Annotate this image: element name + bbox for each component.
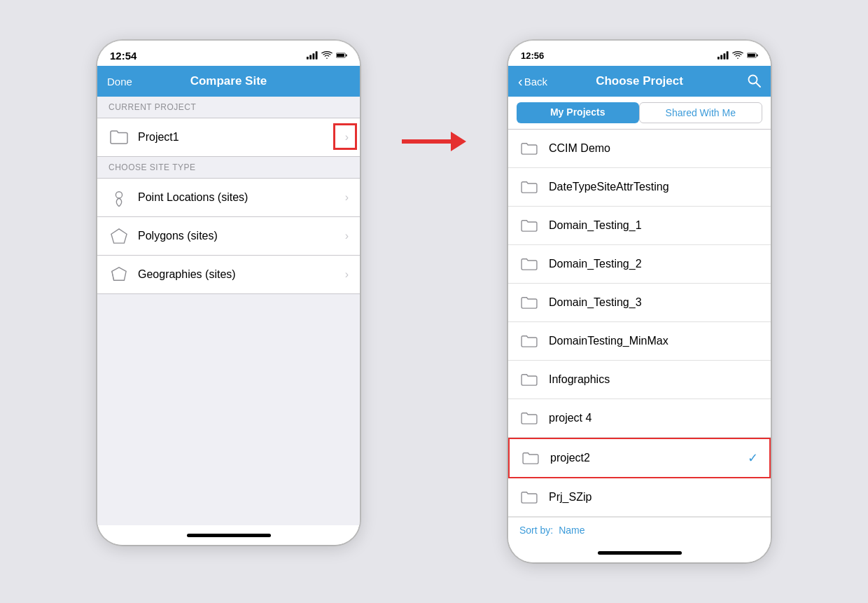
sort-value[interactable]: Name bbox=[559, 525, 584, 536]
svg-line-16 bbox=[756, 83, 760, 87]
status-icons-right bbox=[718, 51, 758, 60]
project-item-datetypesite[interactable]: DateTypeSiteAttrTesting bbox=[508, 168, 771, 207]
folder-icon-infographics bbox=[519, 370, 539, 389]
home-bar-right bbox=[598, 551, 682, 555]
svg-rect-14 bbox=[748, 54, 755, 57]
project-item-domain3[interactable]: Domain_Testing_3 bbox=[508, 284, 771, 322]
chevron-geographies: › bbox=[345, 268, 349, 281]
wifi-icon-right bbox=[732, 51, 743, 60]
folder-icon-domainminmax bbox=[519, 331, 539, 351]
back-button[interactable]: ‹ Back bbox=[518, 74, 553, 90]
search-button[interactable] bbox=[726, 74, 761, 90]
status-bar-right: 12:56 bbox=[508, 41, 771, 66]
svg-rect-13 bbox=[757, 54, 758, 56]
signal-icon bbox=[307, 51, 318, 60]
project-item-domainminmax[interactable]: DomainTesting_MinMax bbox=[508, 322, 771, 361]
empty-area-left bbox=[97, 294, 360, 525]
home-indicator-left bbox=[97, 525, 360, 545]
svg-rect-6 bbox=[337, 54, 344, 57]
geographies-label: Geographies (sites) bbox=[138, 268, 345, 281]
chevron-polygons: › bbox=[345, 230, 349, 242]
svg-rect-9 bbox=[720, 55, 722, 60]
project-item-ccim-demo[interactable]: CCIM Demo bbox=[508, 130, 771, 168]
svg-rect-0 bbox=[307, 57, 309, 60]
geographies-item[interactable]: Geographies (sites) › bbox=[97, 256, 360, 294]
svg-rect-3 bbox=[316, 51, 318, 59]
chevron-project1: › bbox=[345, 131, 349, 144]
folder-icon-domain3 bbox=[519, 293, 539, 312]
project-item-project2[interactable]: project2 ✓ bbox=[508, 438, 771, 478]
sort-bar: Sort by: Name bbox=[508, 517, 771, 543]
svg-point-7 bbox=[115, 192, 122, 198]
project-item-domain2[interactable]: Domain_Testing_2 bbox=[508, 245, 771, 284]
home-bar-left bbox=[187, 534, 271, 537]
battery-icon bbox=[336, 51, 347, 60]
svg-rect-2 bbox=[312, 53, 314, 59]
wifi-icon bbox=[321, 51, 332, 60]
project-name-prjszip: Prj_SZip bbox=[549, 491, 760, 504]
project-item-project4[interactable]: project 4 bbox=[508, 399, 771, 438]
svg-rect-5 bbox=[346, 54, 347, 56]
arrow-annotation bbox=[402, 132, 466, 151]
project-name-project2: project2 bbox=[550, 452, 748, 464]
back-label: Back bbox=[524, 76, 547, 88]
project-name-domain1: Domain_Testing_1 bbox=[549, 219, 760, 232]
project-name-domainminmax: DomainTesting_MinMax bbox=[549, 335, 760, 347]
arrow-head bbox=[451, 132, 466, 151]
polygon-icon bbox=[108, 226, 130, 247]
project-name-ccim-demo: CCIM Demo bbox=[549, 142, 760, 155]
folder-icon-ccim bbox=[519, 139, 539, 158]
tab-container: My Projects Shared With Me bbox=[508, 97, 771, 130]
done-button[interactable]: Done bbox=[107, 76, 142, 88]
nav-bar-right: ‹ Back Choose Project bbox=[508, 66, 771, 97]
checkmark-icon: ✓ bbox=[748, 450, 758, 466]
svg-rect-11 bbox=[727, 51, 729, 59]
home-indicator-right bbox=[508, 543, 771, 562]
right-phone: 12:56 bbox=[508, 41, 771, 562]
folder-icon-prjszip bbox=[519, 487, 539, 507]
polygons-label: Polygons (sites) bbox=[138, 230, 345, 242]
project-item-prjszip[interactable]: Prj_SZip bbox=[508, 478, 771, 517]
project1-item[interactable]: Project1 › bbox=[97, 118, 360, 157]
folder-icon-domain1 bbox=[519, 216, 539, 235]
point-locations-label: Point Locations (sites) bbox=[138, 191, 345, 204]
sort-label: Sort by: bbox=[519, 525, 553, 536]
point-locations-item[interactable]: Point Locations (sites) › bbox=[97, 179, 360, 217]
pin-icon bbox=[108, 187, 130, 208]
polygons-item[interactable]: Polygons (sites) › bbox=[97, 217, 360, 256]
nav-bar-left: Done Compare Site bbox=[97, 66, 360, 97]
left-phone: 12:54 bbox=[97, 41, 360, 545]
project-item-domain1[interactable]: Domain_Testing_1 bbox=[508, 207, 771, 245]
time-left: 12:54 bbox=[110, 50, 136, 62]
chevron-point-locations: › bbox=[345, 191, 349, 204]
section-header-choose-site: CHOOSE SITE TYPE bbox=[97, 157, 360, 179]
arrow-shaft bbox=[402, 139, 451, 144]
svg-rect-10 bbox=[723, 53, 725, 59]
folder-icon-domain2 bbox=[519, 254, 539, 274]
tab-my-projects[interactable]: My Projects bbox=[517, 102, 639, 123]
back-chevron-icon: ‹ bbox=[518, 74, 523, 90]
project-name-domain2: Domain_Testing_2 bbox=[549, 258, 760, 270]
nav-title-right: Choose Project bbox=[553, 74, 726, 88]
time-right: 12:56 bbox=[521, 50, 544, 61]
geography-icon bbox=[108, 264, 130, 285]
battery-icon-right bbox=[747, 51, 758, 60]
project-item-infographics[interactable]: Infographics bbox=[508, 361, 771, 399]
folder-icon-datetypesite bbox=[519, 177, 539, 197]
direction-arrow bbox=[402, 132, 466, 151]
project-name-project4: project 4 bbox=[549, 412, 760, 424]
project-name-datetypesite: DateTypeSiteAttrTesting bbox=[549, 181, 760, 193]
project-name-infographics: Infographics bbox=[549, 373, 760, 386]
folder-icon-project4 bbox=[519, 408, 539, 428]
search-icon-right bbox=[747, 74, 761, 88]
nav-title-left: Compare Site bbox=[142, 74, 315, 88]
section-header-current-project: CURRENT PROJECT bbox=[97, 97, 360, 118]
project1-label: Project1 bbox=[138, 131, 345, 144]
signal-icon-right bbox=[718, 51, 729, 60]
project-list: CCIM Demo DateTypeSiteAttrTesting Do bbox=[508, 130, 771, 517]
folder-icon-project1 bbox=[108, 127, 130, 148]
status-icons-left bbox=[307, 51, 347, 60]
tab-shared-with-me[interactable]: Shared With Me bbox=[639, 102, 763, 123]
status-bar-left: 12:54 bbox=[97, 41, 360, 66]
project-name-domain3: Domain_Testing_3 bbox=[549, 296, 760, 309]
